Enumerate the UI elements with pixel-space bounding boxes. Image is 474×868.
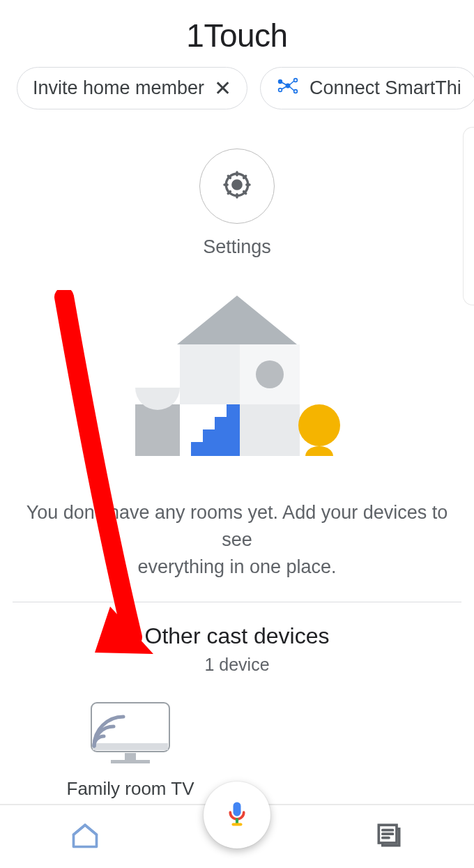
section-title: Other cast devices [0,623,474,649]
chip-label: Connect SmartThi [309,77,461,99]
chip-connect-smartthings[interactable]: Connect SmartThi [260,67,474,109]
feed-icon [374,820,404,851]
close-icon[interactable]: ✕ [214,76,231,100]
scroll-indicator [463,127,474,305]
svg-point-18 [298,404,340,446]
home-tab[interactable] [70,820,100,853]
svg-line-8 [289,86,294,91]
settings-label: Settings [203,236,271,258]
device-name: Family room TV [50,778,211,800]
page-title: 1Touch [0,17,474,54]
cast-tv-icon [87,756,174,768]
empty-state-text: You don't have any rooms yet. Add your d… [0,463,474,602]
suggestion-chips-row: Invite home member ✕ Connect SmartThi [0,67,474,119]
gear-icon [221,169,253,204]
home-icon [70,820,100,851]
svg-rect-12 [180,344,240,404]
chip-label: Invite home member [33,77,204,99]
house-illustration [0,289,474,463]
device-tile-family-room-tv[interactable]: Family room TV [50,675,211,800]
svg-point-9 [233,181,241,189]
svg-point-14 [256,360,284,388]
mic-icon [222,798,252,832]
svg-rect-21 [125,753,136,760]
svg-rect-22 [111,760,150,763]
svg-line-6 [282,86,286,89]
voice-assistant-button[interactable] [204,782,270,848]
svg-rect-20 [93,743,168,750]
network-icon [276,76,300,100]
settings-button[interactable] [199,149,275,224]
svg-rect-15 [135,404,180,456]
chip-invite-member[interactable]: Invite home member ✕ [17,67,247,109]
svg-line-5 [282,82,286,85]
svg-line-7 [289,81,294,85]
section-subtitle: 1 device [0,655,474,675]
feed-tab[interactable] [374,820,404,853]
svg-marker-11 [177,296,297,344]
svg-rect-17 [240,404,300,456]
